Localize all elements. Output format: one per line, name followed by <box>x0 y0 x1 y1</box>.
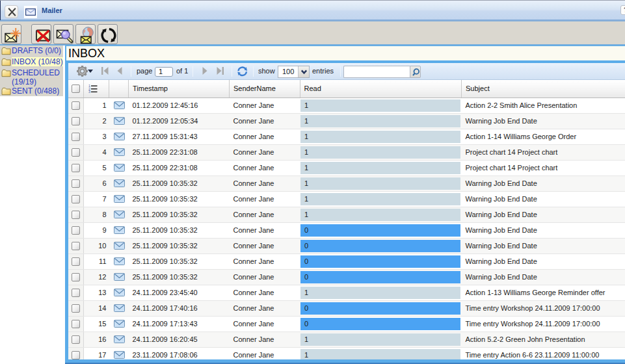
svg-text:3: 3 <box>88 90 90 93</box>
